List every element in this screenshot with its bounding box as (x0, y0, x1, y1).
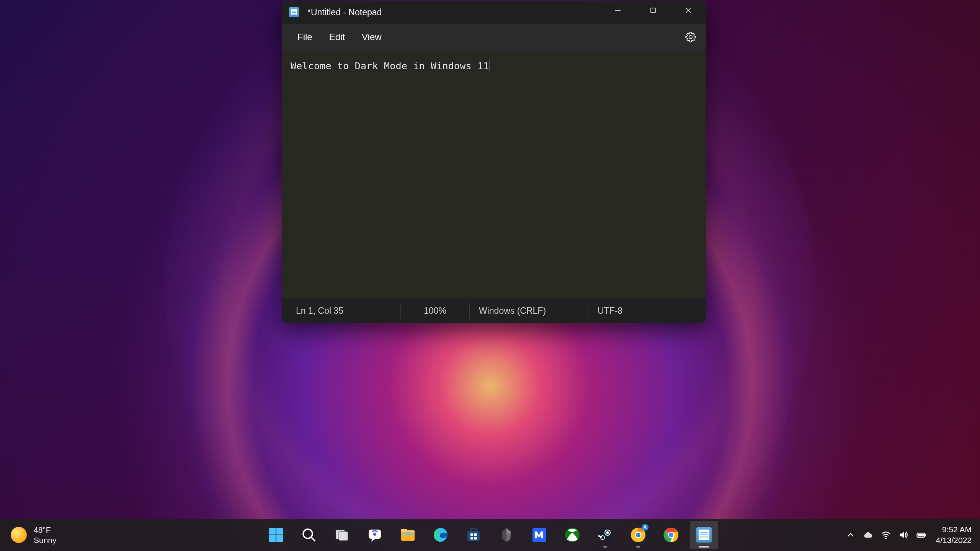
weather-temperature: 48°F (34, 525, 57, 535)
store-icon (465, 527, 482, 543)
search-icon (301, 527, 317, 543)
folder-icon (399, 527, 416, 543)
status-cursor-position: Ln 1, Col 35 (282, 303, 401, 319)
svg-point-25 (606, 531, 609, 534)
chat-button[interactable] (361, 521, 389, 549)
maximize-button[interactable] (635, 1, 671, 20)
desktop[interactable]: *Untitled - Notepad File Edit View (0, 0, 980, 551)
svg-rect-11 (339, 531, 348, 541)
window-controls (600, 1, 706, 20)
chrome-icon (663, 527, 679, 543)
svg-rect-19 (470, 537, 473, 540)
chevron-up-icon (845, 530, 856, 540)
menu-view[interactable]: View (353, 28, 390, 46)
cloud-icon (863, 530, 874, 540)
svg-rect-5 (276, 528, 283, 535)
close-button[interactable] (671, 1, 706, 20)
statusbar: Ln 1, Col 35 100% Windows (CRLF) UTF-8 (282, 298, 706, 323)
notepad-window: *Untitled - Notepad File Edit View (282, 1, 706, 323)
svg-rect-1 (651, 8, 655, 13)
battery-icon (916, 530, 926, 540)
status-line-ending[interactable]: Windows (CRLF) (470, 303, 588, 319)
status-encoding[interactable]: UTF-8 (588, 303, 633, 319)
svg-rect-4 (269, 528, 276, 535)
svg-line-9 (311, 537, 315, 541)
taskbar: 48°F Sunny (0, 519, 980, 551)
notepad-taskbar-icon (696, 527, 712, 543)
menu-edit[interactable]: Edit (321, 28, 353, 46)
menu-file[interactable]: File (289, 28, 321, 46)
task-view-icon (333, 527, 350, 543)
chat-icon (366, 527, 383, 543)
svg-rect-7 (276, 535, 283, 542)
tray-battery[interactable] (914, 528, 928, 542)
clock-date: 4/13/2022 (936, 535, 972, 546)
taskbar-clock[interactable]: 9:52 AM 4/13/2022 (936, 524, 972, 546)
steam-icon (597, 527, 614, 543)
windows-logo-icon (268, 527, 284, 543)
chrome-canary-button[interactable]: A (624, 521, 652, 549)
m-app-icon (531, 527, 548, 543)
editor-area[interactable]: Welcome to Dark Mode in Windows 11 (282, 51, 706, 298)
wifi-icon (880, 530, 891, 540)
window-title: *Untitled - Notepad (307, 7, 382, 18)
notepad-icon (289, 7, 299, 17)
settings-button[interactable] (682, 29, 699, 46)
svg-rect-6 (269, 535, 276, 542)
start-button[interactable] (262, 521, 290, 549)
status-zoom[interactable]: 100% (401, 303, 470, 319)
editor-content: Welcome to Dark Mode in Windows 11 (291, 60, 490, 72)
steam-button[interactable] (591, 521, 619, 549)
store-button[interactable] (459, 521, 488, 549)
taskbar-system-tray: 9:52 AM 4/13/2022 (843, 524, 972, 546)
tray-onedrive[interactable] (861, 528, 875, 542)
xbox-button[interactable] (558, 521, 586, 549)
sun-icon (11, 527, 27, 543)
svg-rect-18 (474, 533, 477, 536)
menubar: File Edit View (282, 24, 706, 51)
svg-rect-20 (474, 537, 477, 540)
file-explorer-button[interactable] (394, 521, 422, 549)
gear-icon (685, 32, 696, 42)
task-view-button[interactable] (328, 521, 356, 549)
svg-point-32 (669, 533, 673, 537)
titlebar[interactable]: *Untitled - Notepad (282, 1, 706, 24)
svg-rect-35 (918, 534, 923, 536)
svg-point-23 (598, 528, 612, 542)
svg-point-29 (636, 533, 640, 537)
svg-rect-14 (402, 533, 413, 535)
edge-button[interactable] (426, 521, 455, 549)
tray-volume[interactable] (896, 528, 911, 542)
obsidian-button[interactable] (492, 521, 521, 549)
svg-point-8 (303, 529, 312, 538)
tray-wifi[interactable] (879, 528, 893, 542)
svg-point-33 (885, 538, 887, 540)
edge-icon (432, 527, 449, 543)
svg-rect-16 (467, 531, 480, 541)
taskbar-weather-widget[interactable]: 48°F Sunny (0, 525, 57, 546)
svg-rect-36 (925, 534, 926, 536)
obsidian-icon (498, 527, 515, 543)
xbox-icon (564, 527, 581, 543)
weather-condition: Sunny (34, 535, 57, 545)
speaker-icon (898, 530, 909, 540)
chrome-button[interactable] (657, 521, 685, 549)
notepad-taskbar-button[interactable] (690, 521, 718, 549)
minimize-button[interactable] (600, 1, 635, 20)
clock-time: 9:52 AM (936, 524, 972, 535)
taskbar-center-apps: A (262, 521, 718, 549)
tray-overflow-button[interactable] (843, 528, 858, 542)
svg-rect-17 (470, 533, 473, 536)
weather-text: 48°F Sunny (34, 525, 57, 546)
m-app-button[interactable] (525, 521, 554, 549)
svg-point-13 (373, 533, 376, 536)
badge-icon: A (642, 524, 648, 531)
search-button[interactable] (295, 521, 323, 549)
